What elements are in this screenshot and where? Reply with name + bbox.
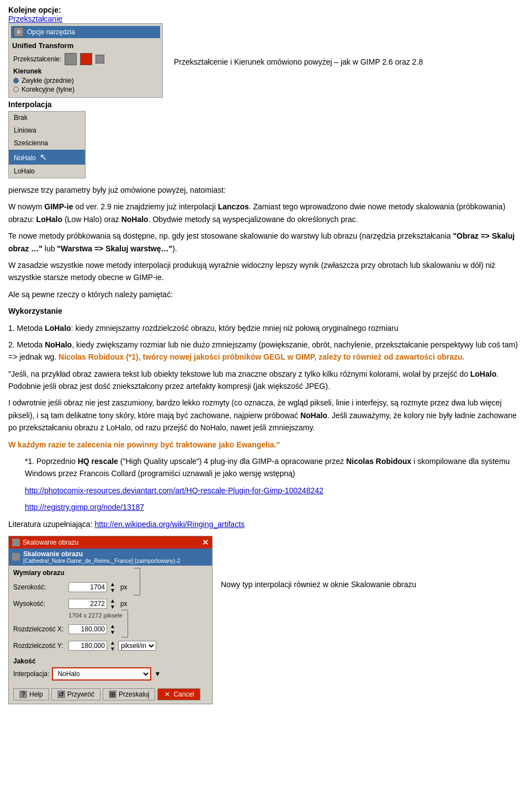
direction-section: Kierunek Zwykłe (przednie) Korekcyjne (t… bbox=[11, 66, 160, 95]
link-hq-rescale[interactable]: http://photocomix-resources.deviantart.c… bbox=[25, 486, 324, 495]
cancel-icon: ✕ bbox=[163, 690, 171, 698]
paragraph-3: W zasadzie wszystkie nowe metody interpo… bbox=[8, 259, 522, 284]
interp-dialog-select[interactable]: NoHalo bbox=[52, 667, 151, 681]
dialog-title-left: Skalowanie obrazu bbox=[12, 539, 78, 546]
interpolation-title: Interpolacja bbox=[8, 100, 163, 109]
size-info: 1704 x 2272 piksele bbox=[68, 612, 156, 619]
transform-row: Przekształcenie: bbox=[11, 52, 160, 66]
transform-label: Przekształcenie: bbox=[13, 55, 61, 63]
resolution-x-label: Rozdzielczość X: bbox=[13, 625, 66, 633]
footnote-section: *1. Poprzednio HQ rescale ("High Quality… bbox=[8, 455, 522, 530]
tool-panel-box: ⚙ Opcje narzędzia Unified Transform Prze… bbox=[8, 23, 163, 98]
interp-nohalo[interactable]: NoHalo ↖ bbox=[9, 150, 85, 165]
height-row: Wysokość: ▲▼ px bbox=[13, 598, 156, 610]
height-input[interactable] bbox=[68, 599, 107, 609]
resolution-x-row: Rozdzielczość X: ▲▼ bbox=[13, 621, 156, 637]
right-description-text: Przekształcenie i Kierunek omówiono powy… bbox=[174, 56, 522, 68]
radio-forward-label: Zwykłe (przednie) bbox=[22, 77, 74, 85]
usage-title: Wykorzystanie bbox=[8, 305, 522, 317]
cancel-button[interactable]: ✕ Cancel bbox=[157, 688, 200, 700]
transform-icon-2 bbox=[80, 53, 92, 65]
link-1: http://photocomix-resources.deviantart.c… bbox=[25, 484, 522, 497]
cursor-indicator: ↖ bbox=[40, 152, 47, 162]
interp-panel: Brak Liniowa Sześcienna NoHalo ↖ LoHalo bbox=[8, 111, 86, 178]
unified-transform-label: Unified Transform bbox=[11, 40, 160, 52]
dialog-inner-icon bbox=[12, 553, 20, 561]
dropdown-arrow: ▼ bbox=[154, 670, 161, 678]
help-label: Help bbox=[29, 690, 43, 698]
heading: Kolejne opcje: Przekształcanie bbox=[8, 6, 522, 23]
radio-forward-circle bbox=[13, 78, 19, 83]
width-label: Szerokość: bbox=[13, 583, 66, 591]
spin-res-y[interactable]: ▲▼ bbox=[110, 640, 115, 652]
tool-options-icon: ⚙ bbox=[14, 27, 24, 37]
right-desc: Przekształcenie i Kierunek omówiono powy… bbox=[174, 23, 522, 178]
quality-title: Jakość bbox=[13, 657, 208, 665]
chain-icon-res bbox=[121, 610, 128, 637]
link-wikipedia[interactable]: http://en.wikipedia.org/wiki/Ringing_art… bbox=[94, 520, 245, 529]
transform-icon-3 bbox=[96, 55, 104, 64]
footnote: *1. Poprzednio HQ rescale ("High Quality… bbox=[25, 455, 522, 480]
cancel-label: Cancel bbox=[173, 690, 194, 698]
resolution-unit-select[interactable]: pikseli/in bbox=[118, 641, 156, 651]
width-input[interactable] bbox=[68, 582, 107, 592]
help-icon: ? bbox=[19, 690, 27, 698]
tool-panel: ⚙ Opcje narzędzia Unified Transform Prze… bbox=[8, 23, 163, 178]
spin-res-x[interactable]: ▲▼ bbox=[110, 623, 115, 635]
dialog-close-btn[interactable]: ✕ bbox=[202, 538, 209, 547]
interp-brak[interactable]: Brak bbox=[9, 112, 85, 124]
restore-label: Przywróć bbox=[67, 690, 94, 698]
page-content: Kolejne opcje: Przekształcanie ⚙ Opcje n… bbox=[8, 6, 522, 704]
scale-button[interactable]: ⊞ Przeskaluj bbox=[103, 688, 155, 700]
main-paragraphs: W nowym GIMP-ie od ver. 2.9 nie znajdzie… bbox=[8, 201, 522, 300]
direction-title: Kierunek bbox=[13, 67, 158, 75]
literature: Literatura uzupełniająca: http://en.wiki… bbox=[8, 518, 522, 530]
paragraph-2: Te nowe metody próbkowania są dostępne, … bbox=[8, 230, 522, 255]
scale-dialog: Skalowanie obrazu ✕ Skalowanie obrazu [C… bbox=[8, 536, 213, 704]
dimensions-rows: Szerokość: ▲▼ px Wysokość: ▲▼ px 1 bbox=[13, 579, 208, 654]
spin-up-width[interactable]: ▲▼ bbox=[110, 581, 115, 593]
link-registry[interactable]: http://registry.gimp.org/node/13187 bbox=[25, 503, 144, 512]
tool-options-titlebar: ⚙ Opcje narzędzia bbox=[11, 26, 160, 38]
radio-backward-label: Korekcyjne (tylne) bbox=[22, 86, 75, 93]
bottom-caption-text: Nowy typ interpolacji również w oknie Sk… bbox=[221, 580, 522, 589]
quality-section: Jakość Interpolacja: NoHalo ▼ bbox=[13, 657, 208, 681]
interp-lohalo[interactable]: LoHalo bbox=[9, 165, 85, 177]
dimension-fields: Szerokość: ▲▼ px Wysokość: ▲▼ px 1 bbox=[13, 579, 156, 654]
transform-icon-1 bbox=[65, 53, 77, 65]
restore-button[interactable]: ↺ Przywróć bbox=[51, 688, 100, 700]
height-label: Wysokość: bbox=[13, 600, 66, 608]
link-2: http://registry.gimp.org/node/13187 bbox=[25, 501, 522, 513]
top-section: ⚙ Opcje narzędzia Unified Transform Prze… bbox=[8, 23, 522, 178]
heading-link[interactable]: Przekształcanie bbox=[8, 14, 62, 23]
bottom-section: Skalowanie obrazu ✕ Skalowanie obrazu [C… bbox=[8, 536, 522, 704]
usage-2: 2. Metoda NoHalo, kiedy zwiększamy rozmi… bbox=[8, 339, 522, 363]
dialog-icon bbox=[12, 539, 20, 546]
interpolation-section: Interpolacja Brak Liniowa Sześcienna NoH… bbox=[8, 100, 163, 178]
width-unit: px bbox=[120, 583, 128, 591]
dialog-titlebar: Skalowanie obrazu ✕ bbox=[9, 536, 212, 549]
usage-section: Wykorzystanie 1. Metoda LoHalo: kiedy zm… bbox=[8, 305, 522, 363]
height-unit: px bbox=[120, 600, 128, 608]
restore-icon: ↺ bbox=[57, 690, 65, 698]
paragraph-4: Ale są pewne rzeczy o których należy pam… bbox=[8, 288, 522, 300]
interp-liniowa[interactable]: Liniowa bbox=[9, 124, 85, 136]
resolution-y-label: Rozdzielczość Y: bbox=[13, 642, 66, 650]
quote-text-1: "Jeśli, na przykład obraz zawiera tekst … bbox=[8, 368, 522, 393]
dialog-inner-title-text: Skalowanie obrazu [Cathedral_Notre-Dame_… bbox=[23, 550, 181, 564]
interp-dropdown-row: Interpolacja: NoHalo ▼ bbox=[13, 667, 208, 681]
tool-options-title: Opcje narzędzia bbox=[27, 28, 75, 36]
radio-forward[interactable]: Zwykłe (przednie) bbox=[13, 76, 158, 85]
radio-backward[interactable]: Korekcyjne (tylne) bbox=[13, 85, 158, 94]
help-button[interactable]: ? Help bbox=[13, 688, 49, 700]
resolution-x-input[interactable] bbox=[68, 624, 107, 634]
warning-text: W każdym razie te zalecenia nie powinny … bbox=[8, 439, 522, 451]
width-row: Szerokość: ▲▼ px bbox=[13, 579, 156, 595]
scale-icon: ⊞ bbox=[109, 690, 116, 698]
quote-text-2: I odwrotnie jeśli obraz nie jest zaszumi… bbox=[8, 397, 522, 434]
usage-1: 1. Metoda LoHalo: kiedy zmniejszamy rozd… bbox=[8, 322, 522, 334]
spin-up-height[interactable]: ▲▼ bbox=[110, 598, 115, 610]
resolution-y-input[interactable] bbox=[68, 641, 107, 651]
interp-szescienna[interactable]: Sześcienna bbox=[9, 137, 85, 149]
dialog-inner-main-title: Skalowanie obrazu bbox=[23, 550, 181, 558]
